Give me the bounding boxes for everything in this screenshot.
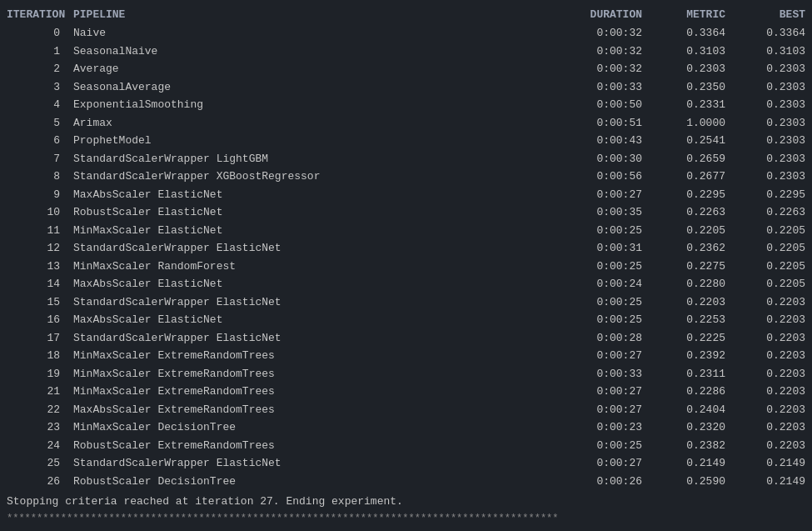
cell-metric: 0.3103 [655,43,739,60]
cell-metric: 0.3364 [655,25,739,42]
cell-iteration: 10 [7,204,73,221]
cell-pipeline: MinMaxScaler ElasticNet [73,223,555,239]
cell-metric: 0.2382 [655,438,739,454]
cell-duration: 0:00:33 [555,79,655,96]
col-header-duration: DURATION [555,8,655,21]
cell-iteration: 19 [7,366,73,383]
cell-duration: 0:00:28 [555,330,655,347]
cell-best: 0.2303 [739,115,805,132]
cell-best: 0.2303 [739,168,805,185]
cell-duration: 0:00:32 [555,43,655,60]
cell-duration: 0:00:25 [555,312,655,328]
table-row: 2 Average 0:00:32 0.2303 0.2303 [0,60,812,78]
cell-duration: 0:00:27 [555,187,655,203]
cell-best: 0.2203 [739,383,805,400]
table-row: 26 RobustScaler DecisionTree 0:00:26 0.2… [0,473,812,491]
cell-metric: 0.2320 [655,419,739,436]
col-header-iteration: ITERATION [7,8,73,21]
col-header-best: BEST [739,8,805,21]
cell-iteration: 24 [7,438,73,454]
cell-duration: 0:00:27 [555,402,655,418]
cell-best: 0.2303 [739,97,805,113]
table-row: 21 MinMaxScaler ExtremeRandomTrees 0:00:… [0,383,812,401]
cell-best: 0.2203 [739,312,805,328]
cell-metric: 0.2286 [655,383,739,400]
cell-metric: 0.2263 [655,204,739,221]
cell-best: 0.2203 [739,348,805,364]
cell-best: 0.2149 [739,473,805,490]
cell-metric: 0.2149 [655,455,739,472]
table-row: 9 MaxAbsScaler ElasticNet 0:00:27 0.2295… [0,186,812,204]
table-row: 23 MinMaxScaler DecisionTree 0:00:23 0.2… [0,418,812,437]
cell-iteration: 4 [7,97,73,113]
cell-best: 0.2303 [739,151,805,168]
table-row: 18 MinMaxScaler ExtremeRandomTrees 0:00:… [0,347,812,365]
table-row: 14 MaxAbsScaler ElasticNet 0:00:24 0.228… [0,275,812,293]
cell-pipeline: MaxAbsScaler ElasticNet [73,276,555,293]
cell-pipeline: MinMaxScaler RandomForest [73,258,555,275]
cell-best: 0.2203 [739,366,805,383]
cell-pipeline: StandardScalerWrapper ElasticNet [73,330,555,347]
cell-metric: 0.2225 [655,330,739,347]
table-row: 19 MinMaxScaler ExtremeRandomTrees 0:00:… [0,365,812,383]
table-body: 0 Naive 0:00:32 0.3364 0.3364 1 Seasonal… [0,24,812,490]
table-row: 10 RobustScaler ElasticNet 0:00:35 0.226… [0,203,812,222]
cell-best: 0.2203 [739,419,805,436]
table-row: 7 StandardScalerWrapper LightGBM 0:00:30… [0,150,812,168]
cell-iteration: 2 [7,61,73,78]
table-row: 0 Naive 0:00:32 0.3364 0.3364 [0,24,812,43]
cell-duration: 0:00:23 [555,419,655,436]
cell-metric: 0.2659 [655,151,739,168]
cell-iteration: 14 [7,276,73,293]
table-row: 5 Arimax 0:00:51 1.0000 0.2303 [0,114,812,133]
cell-iteration: 8 [7,168,73,185]
cell-iteration: 25 [7,455,73,472]
cell-duration: 0:00:35 [555,204,655,221]
cell-best: 0.2205 [739,223,805,239]
table-row: 4 ExponentialSmoothing 0:00:50 0.2331 0.… [0,96,812,114]
cell-iteration: 13 [7,258,73,275]
cell-metric: 0.2311 [655,366,739,383]
cell-iteration: 26 [7,473,73,490]
cell-duration: 0:00:43 [555,133,655,149]
cell-duration: 0:00:26 [555,473,655,490]
cell-pipeline: Arimax [73,115,555,132]
divider-line: ****************************************… [0,511,812,526]
table-row: 25 StandardScalerWrapper ElasticNet 0:00… [0,454,812,473]
cell-metric: 0.2205 [655,223,739,239]
cell-metric: 0.2295 [655,187,739,203]
cell-pipeline: RobustScaler ExtremeRandomTrees [73,438,555,454]
cell-best: 0.2205 [739,258,805,275]
cell-metric: 0.2253 [655,312,739,328]
cell-metric: 0.2350 [655,79,739,96]
cell-pipeline: Naive [73,25,555,42]
cell-best: 0.2203 [739,294,805,311]
cell-pipeline: MaxAbsScaler ExtremeRandomTrees [73,402,555,418]
col-header-pipeline: PIPELINE [73,8,555,21]
cell-best: 0.2205 [739,240,805,257]
col-header-metric: METRIC [655,8,739,21]
cell-pipeline: MaxAbsScaler ElasticNet [73,187,555,203]
cell-iteration: 3 [7,79,73,96]
cell-pipeline: RobustScaler ElasticNet [73,204,555,221]
cell-pipeline: ExponentialSmoothing [73,97,555,113]
cell-iteration: 7 [7,151,73,168]
cell-metric: 0.2275 [655,258,739,275]
table-row: 6 ProphetModel 0:00:43 0.2541 0.2303 [0,132,812,150]
cell-iteration: 12 [7,240,73,257]
table-row: 3 SeasonalAverage 0:00:33 0.2350 0.2303 [0,78,812,97]
cell-duration: 0:00:51 [555,115,655,132]
cell-duration: 0:00:32 [555,25,655,42]
cell-iteration: 5 [7,115,73,132]
table-row: 24 RobustScaler ExtremeRandomTrees 0:00:… [0,437,812,455]
table-row: 8 StandardScalerWrapper XGBoostRegressor… [0,168,812,186]
cell-metric: 0.2404 [655,402,739,418]
cell-best: 0.2303 [739,133,805,149]
cell-best: 0.2295 [739,187,805,203]
cell-pipeline: MaxAbsScaler ElasticNet [73,312,555,328]
table-row: 15 StandardScalerWrapper ElasticNet 0:00… [0,293,812,312]
cell-best: 0.3103 [739,43,805,60]
cell-duration: 0:00:32 [555,61,655,78]
cell-duration: 0:00:25 [555,258,655,275]
cell-duration: 0:00:25 [555,438,655,454]
